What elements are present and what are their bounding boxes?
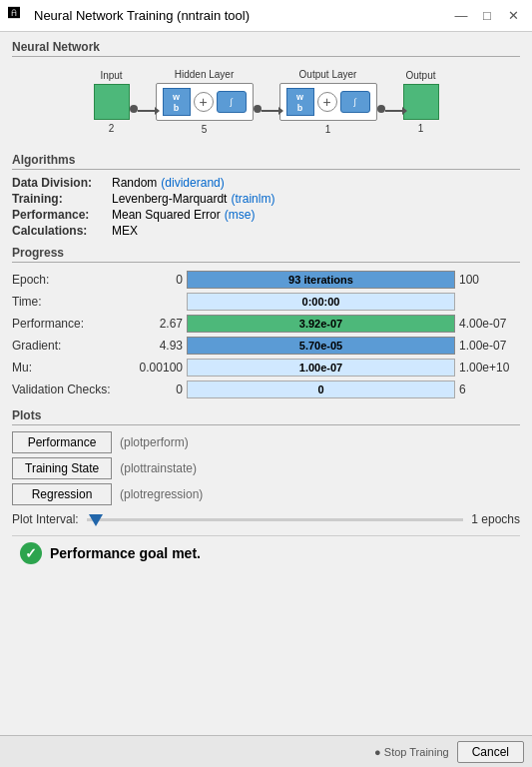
stop-training-label: ● Stop Training	[374, 746, 449, 758]
progress-row-time: Time: 0:00:00	[12, 291, 520, 313]
progress-row-epoch: Epoch: 0 93 iterations 100	[12, 269, 520, 291]
performance-plot-button[interactable]: Performance	[12, 431, 112, 453]
progress-section: Progress Epoch: 0 93 iterations 100 Time…	[12, 246, 520, 400]
conn-dot-1	[130, 105, 138, 113]
algo-label-2: Performance:	[12, 208, 112, 222]
nn-diagram: Input 2 Hidden Layer w b + ∫	[12, 63, 520, 145]
mu-bar: 1.00e-07	[187, 359, 455, 377]
epoch-min: 0	[132, 269, 187, 291]
algo-row-3: Calculations: MEX	[12, 224, 520, 238]
cancel-button[interactable]: Cancel	[457, 741, 524, 763]
grad-max: 1.00e-07	[455, 335, 520, 357]
training-state-plot-button[interactable]: Training State	[12, 457, 112, 479]
plots-header: Plots	[12, 408, 520, 425]
b-label-2: b	[297, 103, 303, 113]
neural-network-header: Neural Network	[12, 40, 520, 57]
algo-row-0: Data Division: Random (dividerand)	[12, 176, 520, 190]
window-title: Neural Network Training (nntrain tool)	[34, 8, 450, 23]
progress-header: Progress	[12, 246, 520, 263]
plot-row-2: Regression (plotregression)	[12, 483, 520, 505]
val-max: 6	[455, 379, 520, 400]
time-bar: 0:00:00	[187, 293, 455, 311]
val-bar-cell: 0	[187, 379, 455, 400]
check-icon: ✓	[20, 542, 42, 564]
output-box	[403, 84, 439, 120]
output-layer-value: 1	[325, 124, 331, 135]
hidden-label: Hidden Layer	[175, 69, 234, 80]
status-text: Performance goal met.	[50, 545, 201, 561]
val-label: Validation Checks:	[12, 379, 132, 400]
time-bar-cell: 0:00:00	[187, 291, 455, 313]
performance-plot-link[interactable]: (plotperform)	[120, 435, 189, 449]
close-button[interactable]: ✕	[502, 5, 524, 27]
epoch-max: 100	[455, 269, 520, 291]
plot-row-1: Training State (plottrainstate)	[12, 457, 520, 479]
algo-link-1[interactable]: (trainlm)	[231, 192, 274, 206]
epoch-bar-cell: 93 iterations	[187, 269, 455, 291]
algo-value-1: Levenberg-Marquardt	[112, 192, 227, 206]
algo-table: Data Division: Random (dividerand) Train…	[12, 176, 520, 238]
epoch-bar: 93 iterations	[187, 271, 455, 289]
val-min: 0	[132, 379, 187, 400]
input-label: Input	[100, 70, 122, 81]
input-value: 2	[109, 123, 115, 134]
algo-value-2: Mean Squared Error	[112, 208, 221, 222]
input-node: Input 2	[94, 70, 130, 134]
sigmoid-2: ∫	[340, 91, 370, 113]
arrow-3	[385, 110, 403, 112]
progress-row-grad: Gradient: 4.93 5.70e-05 1.00e-07	[12, 335, 520, 357]
arrow-2	[262, 110, 279, 112]
wb-box-1: w b	[163, 88, 191, 116]
b-label: b	[174, 103, 180, 113]
progress-row-perf: Performance: 2.67 3.92e-07 4.00e-07	[12, 313, 520, 335]
minimize-button[interactable]: —	[450, 5, 472, 27]
algo-link-0[interactable]: (dividerand)	[161, 176, 224, 190]
plot-row-0: Performance (plotperform)	[12, 431, 520, 453]
algorithms-header: Algorithms	[12, 153, 520, 170]
slider-track	[87, 518, 464, 521]
output-layer-label: Output Layer	[299, 69, 357, 80]
regression-plot-button[interactable]: Regression	[12, 483, 112, 505]
title-bar: 🅰 Neural Network Training (nntrain tool)…	[0, 0, 532, 32]
val-bar: 0	[187, 381, 455, 398]
plot-interval-value: 1 epochs	[471, 512, 520, 526]
sigmoid-1: ∫	[217, 91, 247, 113]
perf-label: Performance:	[12, 313, 132, 335]
bottom-bar: ● Stop Training Cancel	[0, 735, 532, 767]
plot-interval-label: Plot Interval:	[12, 512, 79, 526]
conn-dot-2	[254, 105, 262, 113]
plots-section: Plots Performance (plotperform) Training…	[12, 408, 520, 527]
w-label: w	[173, 92, 180, 102]
time-max	[455, 291, 520, 313]
w-label-2: w	[296, 92, 303, 102]
perf-bar-cell: 3.92e-07	[187, 313, 455, 335]
main-content: Neural Network Input 2 Hidden Layer w b	[0, 32, 532, 767]
perf-bar: 3.92e-07	[187, 315, 455, 333]
hidden-value: 5	[202, 124, 208, 135]
grad-min: 4.93	[132, 335, 187, 357]
algo-link-2[interactable]: (mse)	[225, 208, 256, 222]
regression-plot-link[interactable]: (plotregression)	[120, 487, 203, 501]
input-box	[94, 84, 130, 120]
slider-thumb	[89, 514, 103, 526]
hidden-layer-node: Hidden Layer w b + ∫ 5	[156, 69, 254, 135]
output-value-label: 1	[418, 123, 424, 134]
output-layer-box: w b + ∫	[279, 83, 377, 121]
plot-interval-slider-container[interactable]	[87, 511, 464, 527]
perf-max: 4.00e-07	[455, 313, 520, 335]
progress-table: Epoch: 0 93 iterations 100 Time: 0:00:00…	[12, 269, 520, 400]
maximize-button[interactable]: □	[476, 5, 498, 27]
algo-label-1: Training:	[12, 192, 112, 206]
training-state-plot-link[interactable]: (plottrainstate)	[120, 461, 197, 475]
conn-dot-3	[377, 105, 385, 113]
algo-label-3: Calculations:	[12, 224, 112, 238]
output-node: Output 1	[403, 70, 439, 134]
algo-row-1: Training: Levenberg-Marquardt (trainlm)	[12, 192, 520, 206]
epoch-label: Epoch:	[12, 269, 132, 291]
output-label: Output	[405, 70, 435, 81]
algorithms-section: Algorithms Data Division: Random (divide…	[12, 153, 520, 238]
mu-bar-cell: 1.00e-07	[187, 357, 455, 379]
grad-bar: 5.70e-05	[187, 337, 455, 355]
output-layer-node: Output Layer w b + ∫ 1	[279, 69, 377, 135]
neural-network-section: Neural Network Input 2 Hidden Layer w b	[12, 40, 520, 145]
